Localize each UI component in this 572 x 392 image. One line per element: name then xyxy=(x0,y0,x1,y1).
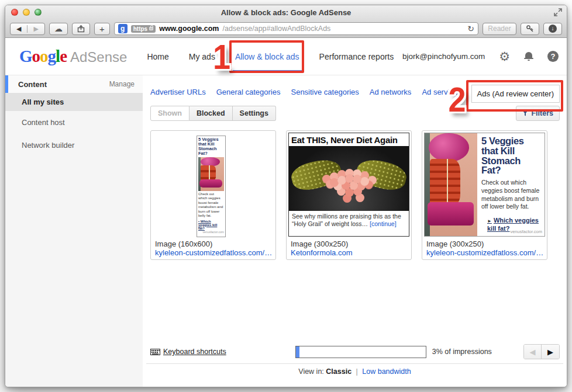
password-extension-button[interactable] xyxy=(521,23,539,35)
browser-window: Allow & block ads: Google AdSense ◀ ▶ ☁ xyxy=(5,5,567,387)
ad-size-label: Image (300x250) xyxy=(426,240,543,248)
bead-cluster xyxy=(345,174,354,183)
torso-bust xyxy=(429,133,468,162)
nav-my-ads[interactable]: My ads xyxy=(189,38,215,75)
sidebar-section-title: Content xyxy=(5,80,47,89)
shown-blocked-settings: Shown Blocked Settings xyxy=(150,106,276,121)
new-tab-button[interactable]: + xyxy=(94,23,110,35)
next-page-button[interactable]: ▶ xyxy=(542,345,559,359)
adsense-logo: Google AdSense xyxy=(19,47,127,66)
zoom-button[interactable] xyxy=(35,9,42,16)
ad-creative-300x250: Eat THIS, Never Diet Again See why milli… xyxy=(288,133,409,237)
key-icon xyxy=(526,25,534,33)
torso-graphic xyxy=(425,133,477,236)
nav-performance-reports[interactable]: Performance reports xyxy=(319,38,394,75)
minimize-button[interactable] xyxy=(23,9,30,16)
ad-card-1[interactable]: 5 Veggies that Kill Stomach Fat? Check o… xyxy=(150,130,276,260)
arrow-bullet: ► xyxy=(487,218,492,224)
fruit-half-left xyxy=(289,155,344,193)
sidebar-section-content: Content Manage xyxy=(5,75,143,93)
fruit-half-right xyxy=(354,155,409,193)
gear-icon[interactable]: ⚙ xyxy=(499,50,510,63)
logo-letter: G xyxy=(19,47,32,65)
close-button[interactable] xyxy=(11,9,18,16)
torso-shorts xyxy=(199,179,222,187)
share-button[interactable] xyxy=(72,23,90,35)
subnav-tabs: Advertiser URLs General categories Sensi… xyxy=(143,75,567,100)
reader-button[interactable]: Reader xyxy=(483,23,516,35)
forward-icon[interactable]: ▶ xyxy=(27,25,44,33)
fullscreen-icon[interactable] xyxy=(554,8,562,16)
footer-divider xyxy=(146,363,563,364)
lock-icon xyxy=(149,27,153,30)
manage-link[interactable]: Manage xyxy=(109,80,143,88)
ad-url-link[interactable]: Ketonformola.com xyxy=(291,248,353,257)
funnel-icon xyxy=(522,110,528,116)
impressions-label: 3% of impressions xyxy=(432,348,492,356)
keyboard-shortcuts-link[interactable]: Keyboard shortcuts xyxy=(150,348,226,356)
view-low-bandwidth-link[interactable]: Low bandwidth xyxy=(362,367,411,376)
https-label: https xyxy=(133,26,147,32)
ad-link[interactable]: • Which veggies kill fat? xyxy=(198,220,224,230)
ad-card-2[interactable]: Eat THIS, Never Diet Again See why milli… xyxy=(286,130,412,260)
nav-home[interactable]: Home xyxy=(147,38,168,75)
browser-toolbar: ◀ ▶ ☁ + g https www.googl xyxy=(5,20,567,37)
sidebar-list: Content host Network builder xyxy=(5,111,143,150)
product-name: AdSense xyxy=(70,49,127,65)
google-favicon: g xyxy=(118,24,128,33)
icloud-tabs-button[interactable]: ☁ xyxy=(49,23,68,35)
active-tab-underline xyxy=(233,70,302,73)
ad-size-label: Image (300x250) xyxy=(291,240,353,248)
ad-source: venusfactor.com xyxy=(510,229,542,234)
bell-icon[interactable] xyxy=(524,52,533,61)
url-domain: www.google.com xyxy=(159,25,219,33)
help-icon[interactable]: ? xyxy=(547,51,559,62)
tab-sensitive-categories[interactable]: Sensitive categories xyxy=(291,88,359,96)
tab-ad-review-center[interactable]: Ads (Ad review center) 2 xyxy=(471,85,560,103)
tab-ad-networks[interactable]: Ad networks xyxy=(370,88,412,96)
torso-shorts xyxy=(428,202,474,226)
continue-link[interactable]: [continue] xyxy=(370,220,397,227)
back-icon[interactable]: ◀ xyxy=(11,25,27,33)
ad-url-link[interactable]: kyleleon-customizedfatloss.com/… xyxy=(426,248,543,257)
adsense-header: Google AdSense Home My ads Allow & block… xyxy=(5,38,567,75)
segment-blocked[interactable]: Blocked xyxy=(189,106,233,121)
sidebar-item-content-host[interactable]: Content host xyxy=(5,118,143,127)
address-bar[interactable]: g https www.google.com/adsense/app#allow… xyxy=(114,22,478,35)
filter-row: Shown Blocked Settings Filters xyxy=(143,100,567,121)
ad-caption: Image (160x600) kyleleon-customizedfatlo… xyxy=(155,240,272,257)
share-icon xyxy=(77,25,85,33)
tab-advertiser-urls[interactable]: Advertiser URLs xyxy=(150,88,206,96)
ad-text-column: 5 Veggies that Kill Stomach Fat? Check o… xyxy=(477,133,545,236)
logo-letter: e xyxy=(60,47,67,65)
downloads-button[interactable]: ↓ xyxy=(543,23,562,35)
sidebar-item-all-my-sites[interactable]: All my sites xyxy=(5,93,143,111)
ad-cards: 5 Veggies that Kill Stomach Fat? Check o… xyxy=(143,121,567,260)
google-logo: Google xyxy=(19,47,67,66)
ad-headline: 5 Veggies that Kill Stomach Fat? xyxy=(198,137,224,156)
main-content: Advertiser URLs General categories Sensi… xyxy=(143,75,567,387)
segment-shown[interactable]: Shown xyxy=(150,106,189,121)
filters-button[interactable]: Filters xyxy=(516,106,560,121)
view-classic[interactable]: Classic xyxy=(326,367,352,376)
nav-label: Performance reports xyxy=(319,52,394,61)
ad-source: venusfactor.com xyxy=(198,230,224,234)
ad-card-3[interactable]: 5 Veggies that Kill Stomach Fat? Check o… xyxy=(422,130,547,260)
keyboard-shortcuts-label: Keyboard shortcuts xyxy=(163,348,226,356)
torso-graphic xyxy=(198,157,224,191)
tab-general-categories[interactable]: General categories xyxy=(216,88,281,96)
titlebar[interactable]: Allow & block ads: Google AdSense xyxy=(5,5,567,20)
refresh-icon[interactable]: ↻ xyxy=(467,24,474,33)
segment-settings[interactable]: Settings xyxy=(233,106,276,121)
nav-label: Allow & block ads xyxy=(235,52,299,61)
sidebar-item-network-builder[interactable]: Network builder xyxy=(5,141,143,150)
ad-caption: Image (300x250) Ketonformola.com xyxy=(291,240,353,257)
nav-allow-block-ads[interactable]: Allow & block ads 1 xyxy=(235,38,299,75)
prev-page-button[interactable]: ◀ xyxy=(524,345,542,359)
logo-letter: o xyxy=(32,47,40,65)
ad-url-link[interactable]: kyleleon-customizedfatloss.com/… xyxy=(155,248,272,257)
filters-label: Filters xyxy=(531,109,553,117)
ad-creative-160x600: 5 Veggies that Kill Stomach Fat? Check o… xyxy=(197,136,226,237)
footer-separator: | xyxy=(356,367,358,376)
bell-clapper xyxy=(528,60,530,61)
